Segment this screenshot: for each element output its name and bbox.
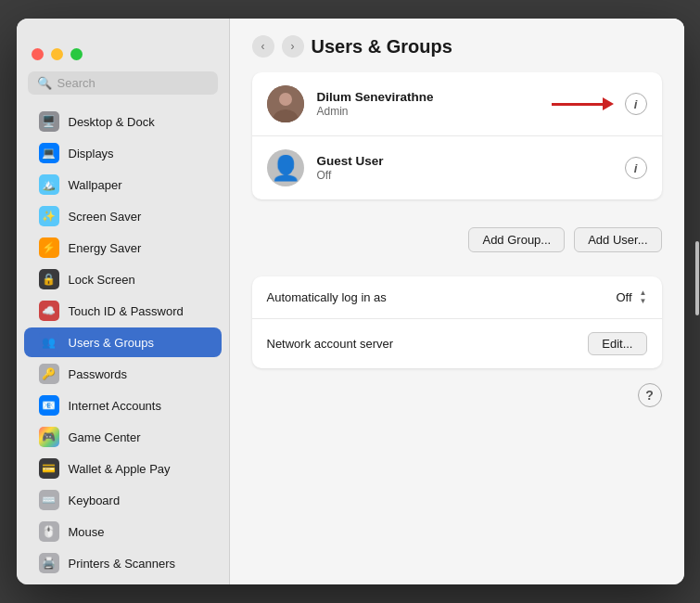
info-button-dilum[interactable]: i — [625, 93, 647, 115]
sidebar-label-printers: Printers & Scanners — [69, 557, 176, 571]
avatar-img-dilum — [267, 85, 304, 122]
sidebar-label-energy-saver: Energy Saver — [69, 241, 142, 255]
touch-id-icon: ☁️ — [39, 301, 59, 321]
user-name-guest: Guest User — [317, 154, 612, 168]
stepper-down: ▼ — [640, 298, 647, 305]
user-info-guest: Guest User Off — [317, 154, 612, 182]
sidebar-label-users-groups: Users & Groups — [69, 336, 154, 350]
search-icon: 🔍 — [37, 76, 52, 90]
screen-saver-icon: ✨ — [39, 206, 59, 226]
sidebar-item-game-center[interactable]: 🎮 Game Center — [24, 422, 222, 452]
sidebar-label-game-center: Game Center — [69, 430, 141, 444]
svg-point-1 — [279, 93, 292, 106]
sidebar-item-touch-id[interactable]: ☁️ Touch ID & Password — [24, 296, 222, 326]
lock-screen-icon: 🔒 — [39, 269, 59, 289]
avatar-svg-dilum — [267, 85, 304, 122]
sidebar-item-screen-saver[interactable]: ✨ Screen Saver — [24, 201, 222, 231]
sidebar-item-internet-accounts[interactable]: 📧 Internet Accounts — [24, 391, 222, 420]
desktop-dock-icon: 🖥️ — [39, 111, 59, 132]
sidebar-item-java[interactable]: ☕ Java — [24, 580, 222, 584]
sidebar-label-mouse: Mouse — [69, 525, 105, 539]
wallet-icon: 💳 — [39, 458, 59, 479]
main-content: ‹ › Users & Groups — [230, 19, 684, 584]
users-groups-icon: 👥 — [39, 332, 59, 353]
avatar-guest: 👤 — [267, 149, 304, 186]
back-button[interactable]: ‹ — [252, 35, 274, 58]
settings-card: Automatically log in as Off ▲ ▼ Network … — [252, 276, 662, 368]
search-bar[interactable]: 🔍 Search — [28, 71, 218, 95]
passwords-icon: 🔑 — [39, 364, 59, 384]
settings-row-network-server: Network account server Edit... — [252, 318, 662, 368]
traffic-lights — [17, 33, 229, 71]
avatar-dilum — [267, 85, 304, 122]
avatar-generic-guest: 👤 — [271, 154, 300, 183]
add-group-button[interactable]: Add Group... — [468, 227, 565, 252]
internet-accounts-icon: 📧 — [39, 395, 59, 416]
info-button-guest[interactable]: i — [625, 157, 647, 179]
sidebar-item-wallpaper[interactable]: 🏔️ Wallpaper — [24, 170, 222, 199]
sidebar-item-users-groups[interactable]: 👥 Users & Groups — [24, 327, 222, 357]
sidebar-item-users-wrapper: 👥 Users & Groups — [17, 327, 229, 358]
game-center-icon: 🎮 — [39, 427, 59, 447]
sidebar-item-passwords[interactable]: 🔑 Passwords — [24, 359, 222, 389]
wallpaper-icon: 🏔️ — [39, 174, 59, 195]
actions-row: Add Group... Add User... — [252, 218, 662, 262]
stepper-up: ▲ — [640, 289, 647, 297]
user-name-dilum: Dilum Senevirathne — [317, 90, 612, 104]
sidebar-label-lock-screen: Lock Screen — [69, 273, 135, 287]
autologin-value: Off ▲ ▼ — [616, 289, 646, 305]
sidebar-item-wallet[interactable]: 💳 Wallet & Apple Pay — [24, 454, 222, 483]
sidebar-label-displays: Displays — [69, 147, 114, 160]
close-button[interactable] — [32, 48, 44, 60]
sidebar: 🔍 Search 🖥️ Desktop & Dock 💻 Displays 🏔️… — [17, 19, 230, 584]
add-user-button[interactable]: Add User... — [574, 227, 661, 252]
mouse-icon: 🖱️ — [39, 521, 59, 542]
sidebar-label-screen-saver: Screen Saver — [69, 210, 142, 224]
sidebar-item-lock-screen[interactable]: 🔒 Lock Screen — [24, 264, 222, 294]
sidebar-item-mouse[interactable]: 🖱️ Mouse — [24, 517, 222, 546]
users-card: Dilum Senevirathne Admin i 👤 — [252, 72, 662, 199]
search-placeholder: Search — [57, 76, 95, 90]
main-body: Dilum Senevirathne Admin i 👤 — [230, 72, 684, 584]
energy-saver-icon: ⚡ — [39, 237, 59, 258]
user-role-guest: Off — [317, 169, 612, 182]
sidebar-label-touch-id: Touch ID & Password — [69, 304, 184, 318]
sidebar-label-keyboard: Keyboard — [69, 494, 121, 507]
page-title: Users & Groups — [312, 36, 452, 58]
settings-row-autologin: Automatically log in as Off ▲ ▼ — [252, 276, 662, 318]
help-row: ? — [252, 368, 662, 407]
stepper-arrows[interactable]: ▲ ▼ — [640, 289, 647, 305]
forward-button[interactable]: › — [282, 35, 304, 58]
network-server-label: Network account server — [267, 337, 589, 351]
sidebar-label-wallet: Wallet & Apple Pay — [69, 462, 171, 476]
user-role-dilum: Admin — [317, 105, 612, 118]
autologin-current-value: Off — [616, 290, 631, 304]
user-row-dilum: Dilum Senevirathne Admin i — [252, 72, 662, 135]
user-row-guest: 👤 Guest User Off i — [252, 135, 662, 199]
sidebar-item-displays[interactable]: 💻 Displays — [24, 138, 222, 168]
sidebar-label-passwords: Passwords — [69, 367, 128, 381]
sidebar-item-keyboard[interactable]: ⌨️ Keyboard — [24, 485, 222, 515]
sidebar-item-energy-saver[interactable]: ⚡ Energy Saver — [24, 233, 222, 263]
printers-icon: 🖨️ — [39, 553, 59, 573]
help-button[interactable]: ? — [638, 383, 662, 407]
minimize-button[interactable] — [51, 48, 63, 60]
sidebar-item-printers[interactable]: 🖨️ Printers & Scanners — [24, 548, 222, 578]
sidebar-label-internet-accounts: Internet Accounts — [69, 399, 161, 413]
keyboard-icon: ⌨️ — [39, 490, 59, 510]
system-preferences-window: 🔍 Search 🖥️ Desktop & Dock 💻 Displays 🏔️… — [17, 19, 684, 584]
edit-network-server-button[interactable]: Edit... — [588, 332, 646, 355]
user-info-dilum: Dilum Senevirathne Admin — [317, 90, 612, 118]
main-header: ‹ › Users & Groups — [230, 19, 684, 72]
sidebar-label-wallpaper: Wallpaper — [69, 178, 122, 192]
maximize-button[interactable] — [70, 48, 83, 60]
sidebar-item-desktop-dock[interactable]: 🖥️ Desktop & Dock — [24, 107, 222, 136]
sidebar-label-desktop-dock: Desktop & Dock — [69, 115, 155, 129]
autologin-label: Automatically log in as — [267, 290, 617, 304]
displays-icon: 💻 — [39, 143, 59, 163]
